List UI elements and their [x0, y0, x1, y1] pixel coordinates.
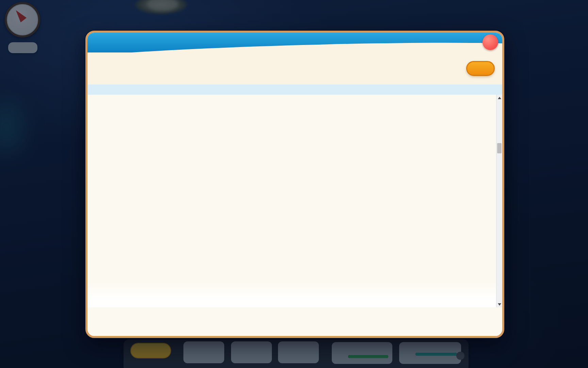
scroll-down-arrow[interactable]	[496, 301, 502, 307]
collection-doc-icon	[95, 61, 109, 76]
collection-subheader	[87, 52, 502, 85]
collection-grid-area	[87, 95, 502, 307]
header-curve	[87, 38, 502, 52]
fish-collection-modal	[85, 31, 504, 338]
rarity-tabs	[87, 85, 502, 95]
fish-grid	[87, 95, 496, 307]
trophy-icon	[473, 64, 481, 73]
collection-progress-badge	[466, 61, 495, 76]
scroll-up-arrow[interactable]	[496, 95, 502, 101]
close-button[interactable]	[483, 34, 498, 50]
modal-header	[87, 33, 502, 52]
scroll-thumb[interactable]	[497, 143, 502, 153]
document-icon	[95, 37, 104, 46]
grid-scrollbar[interactable]	[496, 95, 502, 307]
